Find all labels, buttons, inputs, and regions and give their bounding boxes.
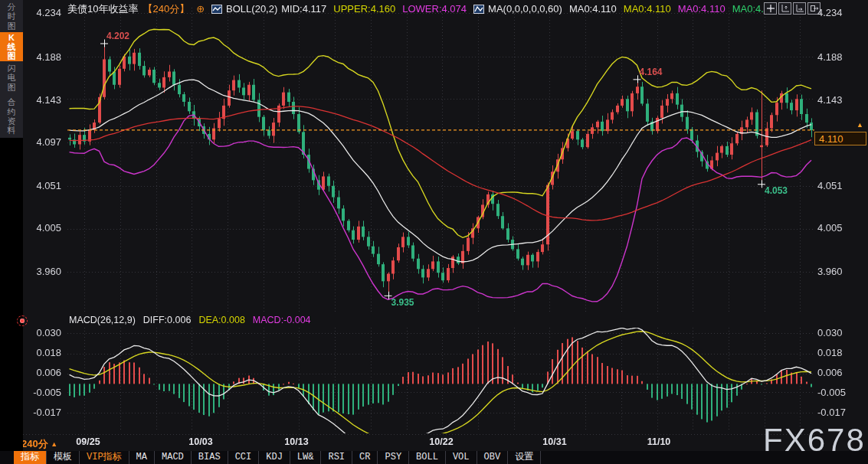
high-marker-label: 4.164 [640,67,663,77]
tab-vip-indicator[interactable]: VIP指标 [80,451,129,464]
chart-window: 分时图 K线图 闪电图 合约资料 美债10年收益率 【240分】 ⊕ BOLL(… [0,0,868,464]
ma-mini-chart-icon[interactable] [473,5,484,14]
y-tick-left: 4.097 [23,136,61,148]
macd-tick-right: 0.018 [817,347,865,358]
macd-tick-left: 0.006 [23,367,61,378]
sidebar-item-kline-chart[interactable]: K线图 [0,32,23,61]
chart-canvas[interactable] [0,0,868,464]
y-tick-left: 4.143 [23,94,61,106]
current-price-box: 4.110 [814,132,866,145]
y-tick-left: 4.234 [23,7,61,18]
x-tick-date: 10/22 [429,436,453,447]
macd-label: MACD(26,12,9) [69,315,136,325]
macd-diff-value: DIFF:0.006 [143,315,192,325]
move-icon[interactable] [764,2,777,15]
y-tick-right: 3.960 [817,266,865,277]
y-tick-right: 4.143 [817,94,865,106]
scale-right-icon[interactable] [793,2,806,15]
y-tick-right: 4.188 [817,51,865,63]
ma-value-3: MA0:4.110 [678,3,726,15]
tab-obv[interactable]: OBV [477,451,509,464]
x-tick-date: 10/13 [284,436,308,447]
boll-label: BOLL(20,2) [226,3,277,15]
tab-cr[interactable]: CR [352,451,378,464]
sidebar-item-flash-chart[interactable]: 闪电图 [0,63,23,93]
x-tick-date: 09/25 [76,436,100,447]
y-tick-left: 4.051 [23,180,61,191]
macd-hist-value: MACD:-0.004 [253,315,311,325]
tab-settings[interactable]: 设置 [508,451,541,464]
tab-cci[interactable]: CCI [228,451,260,464]
y-tick-right: 4.005 [817,222,865,234]
boll-mid-value: MID:4.117 [281,3,326,15]
macd-tick-right: -0.005 [817,387,865,398]
macd-tick-left: 0.030 [23,327,61,338]
ma-label: MA(0,0,0,0,0,60) [488,3,562,15]
tab-macd[interactable]: MACD [155,451,192,464]
tab-indicator[interactable]: 指标 [14,451,47,464]
indicator-tab-bar: 指标 模板 VIP指标 MA MACD BIAS CCI KDJ LW& RSI… [0,451,868,464]
x-tick-date: 10/31 [542,436,566,447]
tab-bias[interactable]: BIAS [192,451,228,464]
tab-kdj[interactable]: KDJ [259,451,290,464]
ma-value-2: MA0:4.110 [624,3,671,15]
sidebar-item-contract-info[interactable]: 合约资料 [0,97,23,136]
tab-ma[interactable]: MA [129,451,155,464]
macd-tick-left: 0.018 [23,347,61,358]
period-tag: 【240分】 [142,2,189,16]
price-up-arrow-icon: ▲ [857,121,863,129]
macd-tick-right: 0.030 [817,327,865,338]
tab-psy[interactable]: PSY [378,451,409,464]
y-tick-right: 4.051 [817,180,865,191]
scale-up-icon[interactable] [778,2,791,15]
macd-tick-right: -0.017 [817,407,865,418]
ma-value-1: MA0:4.110 [569,3,617,15]
x-tick-date: 11/10 [647,436,671,447]
chevron-up-icon: ▲ [51,440,57,448]
y-tick-right: 4.234 [817,7,865,18]
alert-blink-icon[interactable] [17,315,28,326]
instrument-title: 美债10年收益率 [67,2,138,16]
tab-rsi[interactable]: RSI [321,451,352,464]
macd-tick-left: -0.005 [23,387,61,398]
sidebar-item-time-chart[interactable]: 分时图 [0,2,23,31]
left-sidebar: 分时图 K线图 闪电图 合约资料 [0,0,23,464]
y-tick-left: 4.188 [23,51,61,63]
macd-tick-left: -0.017 [23,407,61,418]
high-marker-label: 4.202 [106,31,129,41]
tab-template[interactable]: 模板 [47,451,80,464]
y-tick-left: 3.960 [23,266,61,277]
macd-legend: MACD(26,12,9) DIFF:0.006 DEA:0.008 MACD:… [69,315,311,325]
boll-upper-value: UPPER:4.160 [333,3,395,15]
chart-legend: 美债10年收益率 【240分】 ⊕ BOLL(20,2) MID:4.117 U… [67,2,769,15]
low-marker-label: 4.053 [765,185,788,196]
boll-lower-value: LOWER:4.074 [402,3,467,15]
tab-vol[interactable]: VOL [446,451,477,464]
boll-mini-chart-icon[interactable] [211,5,222,14]
x-tick-date: 10/03 [188,436,212,447]
tab-lw[interactable]: LW& [290,451,322,464]
macd-tick-right: 0.006 [817,367,865,378]
y-tick-left: 4.005 [23,222,61,234]
tab-boll[interactable]: BOLL [409,451,446,464]
macd-dea-value: DEA:0.008 [198,315,244,325]
low-marker-label: 3.935 [391,297,414,308]
chart-toolbar [764,2,821,15]
add-indicator-icon[interactable]: ⊕ [196,4,205,14]
period-selector[interactable]: 240分 ▲ [21,437,57,451]
